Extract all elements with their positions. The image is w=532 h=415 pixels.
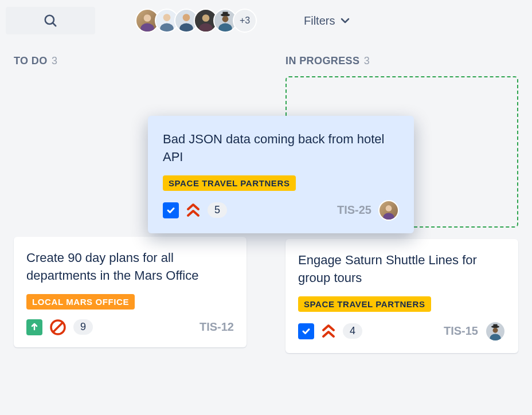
- dragging-card[interactable]: Bad JSON data coming back from hotel API…: [148, 116, 414, 233]
- avatars-row: +3: [135, 9, 257, 33]
- svg-rect-11: [222, 12, 228, 15]
- search-box[interactable]: [6, 7, 95, 34]
- svg-point-9: [199, 24, 213, 33]
- card-footer: 5 TIS-25: [163, 200, 399, 221]
- card-footer: 4 TIS-15: [298, 321, 506, 342]
- ticket-id[interactable]: TIS-25: [337, 203, 371, 217]
- filters-label: Filters: [304, 14, 335, 28]
- story-points: 9: [73, 319, 93, 335]
- svg-point-4: [163, 14, 171, 21]
- svg-point-21: [383, 213, 394, 221]
- avatar-overflow[interactable]: +3: [233, 9, 257, 33]
- chevron-down-icon: [341, 18, 350, 24]
- epic-label[interactable]: LOCAL MARS OFFICE: [26, 294, 135, 310]
- assignee-avatar[interactable]: [378, 200, 399, 221]
- filters-dropdown[interactable]: Filters: [304, 14, 350, 28]
- card[interactable]: Create 90 day plans for all departments …: [14, 237, 247, 347]
- issue-type-story-icon: [26, 319, 42, 335]
- card[interactable]: Engage Saturn Shuttle Lines for group to…: [285, 239, 518, 353]
- column-header: IN PROGRESS 3: [285, 55, 518, 67]
- column-count: 3: [364, 55, 370, 66]
- assignee-avatar[interactable]: [485, 321, 506, 342]
- svg-point-5: [160, 24, 174, 33]
- svg-line-1: [53, 23, 56, 26]
- column-title: TO DO: [14, 55, 48, 66]
- priority-highest-icon: [321, 323, 336, 339]
- search-icon: [43, 13, 58, 28]
- column-header: TO DO 3: [14, 55, 247, 67]
- ticket-id[interactable]: TIS-15: [444, 324, 478, 338]
- card-title: Engage Saturn Shuttle Lines for group to…: [298, 252, 506, 287]
- svg-point-7: [179, 24, 193, 33]
- svg-line-15: [53, 322, 63, 332]
- story-points: 5: [208, 202, 227, 218]
- svg-point-2: [144, 14, 151, 22]
- issue-type-task-icon: [298, 323, 314, 339]
- svg-point-20: [386, 205, 392, 212]
- svg-point-12: [222, 16, 229, 22]
- svg-point-3: [140, 24, 154, 33]
- card-footer: 9 TIS-12: [26, 319, 234, 336]
- svg-point-8: [202, 14, 210, 22]
- issue-type-task-icon: [163, 202, 179, 218]
- ticket-id[interactable]: TIS-12: [200, 320, 234, 334]
- epic-label[interactable]: SPACE TRAVEL PARTNERS: [298, 296, 431, 312]
- column-title: IN PROGRESS: [285, 55, 359, 66]
- priority-highest-icon: [186, 202, 201, 218]
- topbar: +3 Filters: [0, 0, 532, 45]
- svg-point-6: [183, 14, 190, 21]
- card-title: Create 90 day plans for all departments …: [26, 249, 234, 285]
- svg-point-18: [493, 327, 498, 332]
- story-points: 4: [343, 323, 362, 339]
- svg-point-19: [490, 334, 501, 342]
- svg-rect-17: [493, 324, 497, 326]
- blocked-icon: [49, 319, 66, 336]
- svg-point-13: [218, 24, 232, 33]
- epic-label[interactable]: SPACE TRAVEL PARTNERS: [163, 175, 296, 191]
- column-count: 3: [52, 55, 57, 66]
- card-title: Bad JSON data coming back from hotel API: [163, 131, 399, 166]
